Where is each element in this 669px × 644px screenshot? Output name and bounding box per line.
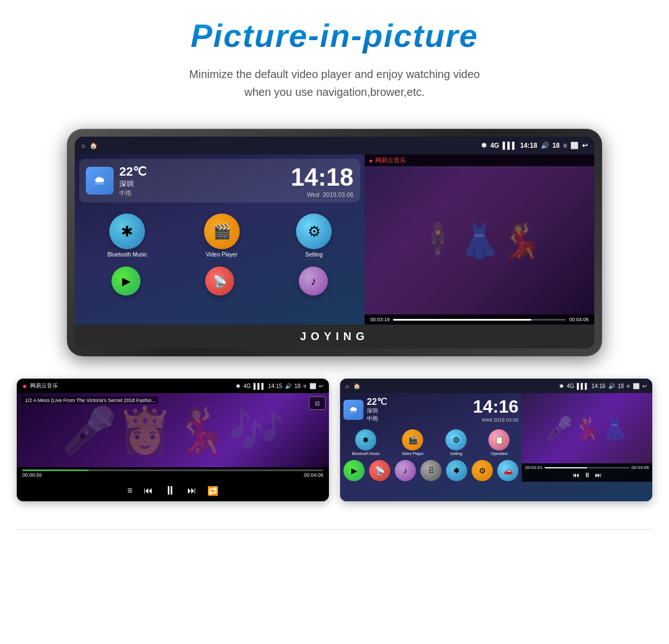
pip-home-area: 🌧 22℃ 深圳 中雨 14:16 Wed 2019.03.06 — [340, 393, 522, 501]
bottom-divider — [17, 529, 652, 530]
pip-ctrl-row: 00:02:01 00:04:06 — [525, 465, 649, 470]
fs-app-name: 网易云音乐 — [30, 382, 58, 390]
fs-status-bar: ● 网易云音乐 ✱ 4G ▌▌▌ 14:15 🔊 18 ≡ ⬜ ↩ — [17, 379, 329, 393]
bluetooth-music-app[interactable]: ✱ Bluetooth Music — [108, 214, 147, 258]
fs-back-icon[interactable]: ↩ — [319, 383, 323, 389]
pip-prev-btn[interactable]: ⏮ — [573, 471, 579, 479]
pip-menu-icon[interactable]: ≡ — [627, 383, 630, 389]
fs-time-row: 00:00:56 00:04:06 — [22, 472, 323, 478]
pip-city: 深圳 — [367, 407, 387, 415]
page-title: Picture-in-picture — [0, 0, 669, 60]
window-icon[interactable]: ⬜ — [570, 142, 579, 149]
pip-op-label: Operation — [491, 452, 508, 456]
pip-video-area: 🎵 🎤💃👗 00:02:01 00:04:06 — [522, 393, 652, 501]
pip-bluetooth: ✱ — [559, 383, 564, 389]
music-icon[interactable]: ♪ — [299, 267, 328, 296]
fs-pip-icon[interactable]: ⬜ — [309, 383, 316, 389]
status-right: ✱ 4G ▌▌▌ 14:18 🔊 18 ≡ ⬜ ↩ — [481, 142, 588, 149]
video-progress-bar[interactable] — [393, 319, 566, 321]
playlist-button[interactable]: ≡ — [127, 486, 132, 496]
navigation-icon[interactable]: ▶ — [112, 267, 140, 296]
pip-status-left: ⌂ 🏠 — [346, 383, 360, 389]
pip-video-player[interactable]: 🎬 Video Player — [402, 429, 424, 456]
pip-gear2-icon[interactable]: ⚙ — [472, 460, 493, 481]
weather-icon: 🌧 — [86, 167, 114, 195]
pip-nav-icon[interactable]: ▶ — [343, 460, 365, 481]
pip-car-icon[interactable]: 🚗 — [497, 460, 518, 481]
home-outline-icon: ⌂ — [81, 142, 85, 149]
time-display: 14:18 — [520, 142, 537, 149]
fs-status-left: ● 网易云音乐 — [22, 381, 58, 390]
pip-music-icon[interactable]: ♪ — [395, 460, 416, 481]
fs-video-screen: ● 网易云音乐 ✱ 4G ▌▌▌ 14:15 🔊 18 ≡ ⬜ ↩ 🎤👸💃🎶 — [17, 379, 329, 501]
screen-content: 🌧 22℃ 深圳 中雨 14:18 Wed 2019.03.06 — [75, 154, 594, 325]
prev-button[interactable]: ⏮ — [144, 486, 153, 496]
city: 深圳 — [119, 179, 285, 189]
pip-date: Wed 2019.03.06 — [473, 417, 518, 423]
video-progress-fill — [393, 319, 531, 321]
device-frame: ⌂ 🏠 ✱ 4G ▌▌▌ 14:18 🔊 18 ≡ ⬜ ↩ — [67, 129, 602, 356]
pip-pause-btn[interactable]: ⏸ — [584, 471, 590, 479]
pip-dots-icon[interactable]: ⠿ — [420, 460, 442, 481]
pip-vol-num: 18 — [618, 383, 624, 389]
pip-next-btn[interactable]: ⏭ — [595, 471, 602, 479]
pip-desc: 中雨 — [367, 415, 387, 423]
pip-screen: ⌂ 🏠 ✱ 4G ▌▌▌ 14:16 🔊 18 ≡ ⬜ ↩ — [340, 379, 652, 501]
temperature: 22℃ — [119, 164, 285, 179]
fs-time-current: 00:00:56 — [22, 472, 42, 478]
video-player-label: Video Player — [206, 251, 237, 258]
pip-clock: 14:16 — [473, 396, 518, 417]
brand-name: JOYING — [75, 325, 594, 348]
volume-level: 18 — [552, 142, 560, 149]
pip-status-right: ✱ 4G ▌▌▌ 14:16 🔊 18 ≡ ⬜ ↩ — [559, 383, 647, 389]
pip-back-icon[interactable]: ↩ — [642, 383, 647, 389]
next-button[interactable]: ⏭ — [187, 486, 196, 496]
radio-icon[interactable]: 📡 — [205, 267, 234, 296]
fs-progress-bar[interactable] — [22, 469, 323, 471]
pip-operation[interactable]: 📋 Operation — [488, 429, 510, 456]
back-icon[interactable]: ↩ — [582, 142, 588, 149]
volume-icon: 🔊 — [541, 142, 549, 149]
video-panel: ● 网易云音乐 🕴👗💃 00:03:19 00:04:06 — [365, 154, 594, 325]
network-label: 4G — [490, 142, 499, 149]
pause-button[interactable]: ⏸ — [164, 483, 176, 498]
video-player-icon: 🎬 — [204, 214, 240, 249]
pip-apps-row-1: ✱ Bluetooth Music 🎬 Video Player ⚙ Setti… — [343, 429, 518, 456]
pip-set-icon: ⚙ — [445, 429, 467, 451]
pip-vol-icon: 🔊 — [608, 383, 615, 389]
pip-bt2-icon[interactable]: ✱ — [446, 460, 467, 481]
video-time-end: 00:04:06 — [569, 317, 589, 322]
fs-progress-row: 00:00:56 00:04:06 — [17, 467, 329, 480]
pip-vp-label: Video Player — [402, 452, 424, 456]
pip-setting[interactable]: ⚙ Setting — [445, 429, 467, 456]
pip-status-bar: ⌂ 🏠 ✱ 4G ▌▌▌ 14:16 🔊 18 ≡ ⬜ ↩ — [340, 379, 652, 393]
bottom-screenshots: ● 网易云音乐 ✱ 4G ▌▌▌ 14:15 🔊 18 ≡ ⬜ ↩ 🎤👸💃🎶 — [0, 379, 669, 524]
pip-ctrl-btns: ⏮ ⏸ ⏭ — [525, 470, 649, 480]
screenshot-right: ⌂ 🏠 ✱ 4G ▌▌▌ 14:16 🔊 18 ≡ ⬜ ↩ — [340, 379, 652, 501]
pip-bt-label: Bluetooth Music — [352, 452, 380, 456]
bluetooth-music-label: Bluetooth Music — [108, 251, 147, 258]
pip-win-icon[interactable]: ⬜ — [633, 383, 639, 389]
pip-bt-icon: ✱ — [355, 429, 376, 451]
app-row-2: ▶ 📡 ♪ — [79, 267, 360, 296]
pip-weather-info: 22℃ 深圳 中雨 — [367, 396, 387, 423]
video-player-app[interactable]: 🎬 Video Player — [204, 214, 240, 258]
fs-time-total: 00:04:06 — [304, 472, 323, 478]
pip-video-frame: 🎤💃👗 — [522, 393, 652, 463]
video-time-start: 00:03:19 — [370, 317, 390, 322]
home-filled-icon: 🏠 — [90, 142, 98, 149]
video-controls: 00:03:19 00:04:06 — [365, 314, 594, 325]
repeat-button[interactable]: 🔁 — [207, 486, 219, 496]
pip-bluetooth-music[interactable]: ✱ Bluetooth Music — [352, 429, 380, 456]
pip-badge-icon[interactable]: ⊡ — [309, 396, 326, 410]
menu-icon[interactable]: ≡ — [563, 142, 567, 149]
setting-app[interactable]: ⚙ Setting — [296, 214, 332, 258]
video-overlay: 🕴👗💃 — [365, 166, 594, 314]
status-left: ⌂ 🏠 — [81, 142, 98, 149]
pip-weather: 🌧 22℃ 深圳 中雨 14:16 Wed 2019.03.06 — [343, 396, 518, 423]
fs-time: 14:15 — [268, 383, 282, 389]
fs-menu-icon[interactable]: ≡ — [303, 383, 307, 389]
pip-progress-bar[interactable] — [545, 467, 629, 468]
pip-temp: 22℃ — [367, 396, 387, 407]
pip-radio-icon[interactable]: 📡 — [369, 460, 390, 481]
